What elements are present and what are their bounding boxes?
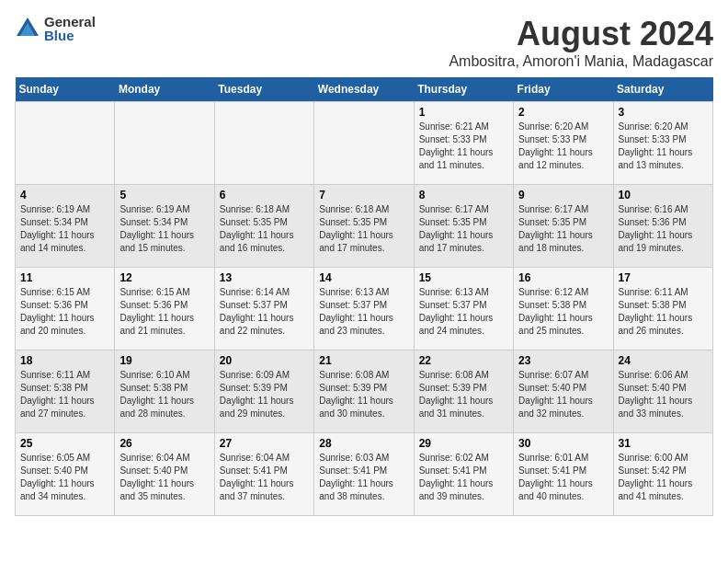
- day-info: Sunrise: 6:07 AM Sunset: 5:40 PM Dayligh…: [518, 369, 608, 420]
- day-number: 30: [518, 437, 608, 450]
- calendar-cell: 21Sunrise: 6:08 AM Sunset: 5:39 PM Dayli…: [314, 350, 414, 433]
- day-number: 24: [619, 354, 708, 367]
- calendar-cell: 4Sunrise: 6:19 AM Sunset: 5:34 PM Daylig…: [16, 185, 115, 268]
- weekday-header: Wednesday: [314, 77, 414, 102]
- day-number: 28: [319, 437, 408, 450]
- day-number: 20: [220, 354, 309, 367]
- day-number: 27: [220, 437, 309, 450]
- day-number: 31: [619, 437, 708, 450]
- day-info: Sunrise: 6:20 AM Sunset: 5:33 PM Dayligh…: [619, 121, 708, 172]
- day-number: 10: [619, 189, 708, 201]
- logo-blue: Blue: [44, 29, 96, 42]
- calendar-cell: 29Sunrise: 6:02 AM Sunset: 5:41 PM Dayli…: [414, 433, 513, 516]
- calendar-cell: 5Sunrise: 6:19 AM Sunset: 5:34 PM Daylig…: [115, 185, 214, 268]
- calendar-cell: 23Sunrise: 6:07 AM Sunset: 5:40 PM Dayli…: [514, 350, 613, 433]
- day-info: Sunrise: 6:03 AM Sunset: 5:41 PM Dayligh…: [319, 452, 408, 503]
- day-info: Sunrise: 6:00 AM Sunset: 5:42 PM Dayligh…: [619, 452, 708, 503]
- day-info: Sunrise: 6:21 AM Sunset: 5:33 PM Dayligh…: [419, 121, 508, 172]
- calendar-cell: 10Sunrise: 6:16 AM Sunset: 5:36 PM Dayli…: [613, 185, 712, 268]
- day-number: 12: [119, 271, 209, 284]
- day-info: Sunrise: 6:20 AM Sunset: 5:33 PM Dayligh…: [518, 121, 608, 172]
- day-number: 26: [119, 437, 209, 450]
- calendar-cell: 7Sunrise: 6:18 AM Sunset: 5:35 PM Daylig…: [314, 185, 414, 268]
- weekday-header: Tuesday: [214, 77, 313, 102]
- logo-icon: [15, 16, 40, 41]
- calendar-cell: 26Sunrise: 6:04 AM Sunset: 5:40 PM Dayli…: [115, 433, 214, 516]
- day-number: 19: [119, 354, 209, 367]
- calendar-week-row: 4Sunrise: 6:19 AM Sunset: 5:34 PM Daylig…: [16, 185, 713, 268]
- day-number: 16: [518, 271, 608, 284]
- day-info: Sunrise: 6:01 AM Sunset: 5:41 PM Dayligh…: [518, 452, 608, 503]
- calendar-cell: 27Sunrise: 6:04 AM Sunset: 5:41 PM Dayli…: [214, 433, 313, 516]
- calendar-cell: 25Sunrise: 6:05 AM Sunset: 5:40 PM Dayli…: [16, 433, 115, 516]
- calendar-cell: 18Sunrise: 6:11 AM Sunset: 5:38 PM Dayli…: [16, 350, 115, 433]
- day-number: 11: [20, 271, 109, 284]
- day-info: Sunrise: 6:15 AM Sunset: 5:36 PM Dayligh…: [20, 286, 109, 338]
- day-number: 3: [619, 106, 708, 119]
- day-info: Sunrise: 6:18 AM Sunset: 5:35 PM Dayligh…: [319, 203, 408, 255]
- logo-text: General Blue: [44, 15, 96, 42]
- day-number: 17: [619, 271, 708, 284]
- day-info: Sunrise: 6:17 AM Sunset: 5:35 PM Dayligh…: [419, 203, 508, 255]
- day-number: 23: [518, 354, 608, 367]
- day-info: Sunrise: 6:16 AM Sunset: 5:36 PM Dayligh…: [619, 203, 708, 255]
- calendar-cell: [16, 102, 115, 185]
- calendar-cell: 1Sunrise: 6:21 AM Sunset: 5:33 PM Daylig…: [414, 102, 513, 185]
- calendar-cell: 3Sunrise: 6:20 AM Sunset: 5:33 PM Daylig…: [613, 102, 712, 185]
- day-number: 18: [20, 354, 109, 367]
- day-number: 21: [319, 354, 408, 367]
- day-number: 29: [419, 437, 508, 450]
- day-info: Sunrise: 6:08 AM Sunset: 5:39 PM Dayligh…: [419, 369, 508, 420]
- calendar-cell: [214, 102, 313, 185]
- page-header: General Blue August 2024 Ambositra, Amor…: [15, 15, 713, 70]
- weekday-header: Sunday: [16, 77, 115, 102]
- calendar-week-row: 1Sunrise: 6:21 AM Sunset: 5:33 PM Daylig…: [16, 102, 713, 185]
- calendar-cell: 15Sunrise: 6:13 AM Sunset: 5:37 PM Dayli…: [414, 268, 513, 350]
- day-info: Sunrise: 6:06 AM Sunset: 5:40 PM Dayligh…: [619, 369, 708, 420]
- calendar-cell: 14Sunrise: 6:13 AM Sunset: 5:37 PM Dayli…: [314, 268, 414, 350]
- day-info: Sunrise: 6:10 AM Sunset: 5:38 PM Dayligh…: [119, 369, 209, 420]
- weekday-header: Saturday: [613, 77, 712, 102]
- weekday-header: Friday: [514, 77, 613, 102]
- day-info: Sunrise: 6:19 AM Sunset: 5:34 PM Dayligh…: [20, 203, 109, 255]
- calendar-cell: 2Sunrise: 6:20 AM Sunset: 5:33 PM Daylig…: [514, 102, 613, 185]
- calendar-cell: 19Sunrise: 6:10 AM Sunset: 5:38 PM Dayli…: [115, 350, 214, 433]
- weekday-header-row: SundayMondayTuesdayWednesdayThursdayFrid…: [16, 77, 713, 102]
- day-info: Sunrise: 6:18 AM Sunset: 5:35 PM Dayligh…: [220, 203, 309, 255]
- calendar-cell: 17Sunrise: 6:11 AM Sunset: 5:38 PM Dayli…: [613, 268, 712, 350]
- day-number: 8: [419, 189, 508, 201]
- day-number: 25: [20, 437, 109, 450]
- day-info: Sunrise: 6:08 AM Sunset: 5:39 PM Dayligh…: [319, 369, 408, 420]
- day-info: Sunrise: 6:19 AM Sunset: 5:34 PM Dayligh…: [119, 203, 209, 255]
- day-info: Sunrise: 6:12 AM Sunset: 5:38 PM Dayligh…: [518, 286, 608, 338]
- calendar-week-row: 11Sunrise: 6:15 AM Sunset: 5:36 PM Dayli…: [16, 268, 713, 350]
- day-number: 14: [319, 271, 408, 284]
- day-info: Sunrise: 6:04 AM Sunset: 5:41 PM Dayligh…: [220, 452, 309, 503]
- calendar-cell: 8Sunrise: 6:17 AM Sunset: 5:35 PM Daylig…: [414, 185, 513, 268]
- weekday-header: Monday: [115, 77, 214, 102]
- calendar-cell: 22Sunrise: 6:08 AM Sunset: 5:39 PM Dayli…: [414, 350, 513, 433]
- day-number: 4: [20, 189, 109, 201]
- calendar-cell: 20Sunrise: 6:09 AM Sunset: 5:39 PM Dayli…: [214, 350, 313, 433]
- calendar-table: SundayMondayTuesdayWednesdayThursdayFrid…: [15, 77, 713, 516]
- logo: General Blue: [15, 15, 96, 42]
- day-number: 5: [119, 189, 209, 201]
- calendar-cell: 12Sunrise: 6:15 AM Sunset: 5:36 PM Dayli…: [115, 268, 214, 350]
- day-info: Sunrise: 6:04 AM Sunset: 5:40 PM Dayligh…: [119, 452, 209, 503]
- subtitle: Ambositra, Amoron'i Mania, Madagascar: [449, 53, 713, 70]
- calendar-cell: 13Sunrise: 6:14 AM Sunset: 5:37 PM Dayli…: [214, 268, 313, 350]
- calendar-cell: 16Sunrise: 6:12 AM Sunset: 5:38 PM Dayli…: [514, 268, 613, 350]
- day-info: Sunrise: 6:02 AM Sunset: 5:41 PM Dayligh…: [419, 452, 508, 503]
- calendar-cell: 30Sunrise: 6:01 AM Sunset: 5:41 PM Dayli…: [514, 433, 613, 516]
- main-title: August 2024: [449, 15, 713, 53]
- day-number: 22: [419, 354, 508, 367]
- calendar-cell: [115, 102, 214, 185]
- day-number: 7: [319, 189, 408, 201]
- day-number: 2: [518, 106, 608, 119]
- day-number: 6: [220, 189, 309, 201]
- calendar-cell: 31Sunrise: 6:00 AM Sunset: 5:42 PM Dayli…: [613, 433, 712, 516]
- logo-general: General: [44, 15, 96, 29]
- day-info: Sunrise: 6:14 AM Sunset: 5:37 PM Dayligh…: [220, 286, 309, 338]
- calendar-cell: 11Sunrise: 6:15 AM Sunset: 5:36 PM Dayli…: [16, 268, 115, 350]
- calendar-cell: 28Sunrise: 6:03 AM Sunset: 5:41 PM Dayli…: [314, 433, 414, 516]
